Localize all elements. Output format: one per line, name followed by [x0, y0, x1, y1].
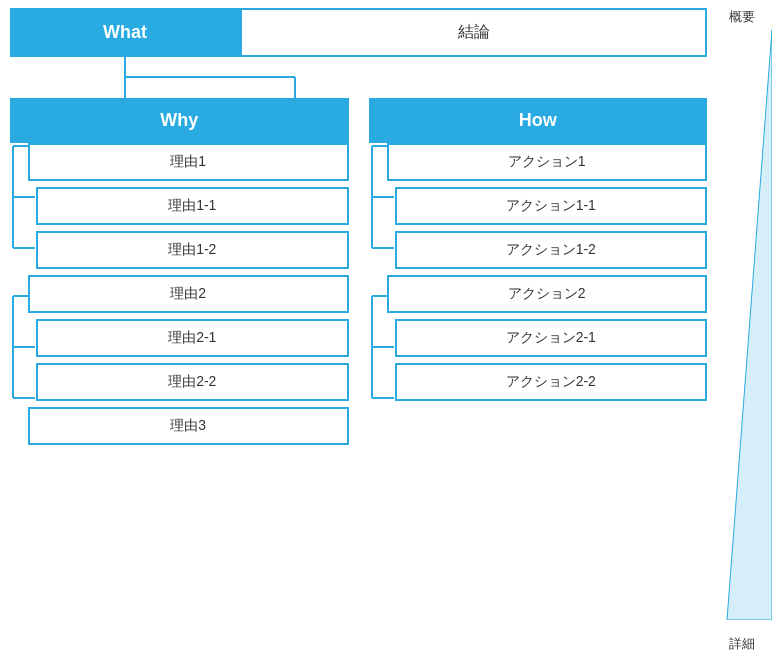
- how-box-a2-2: アクション2-2: [395, 363, 708, 401]
- how-item-a1-2: アクション1-2: [369, 231, 708, 269]
- why-item-r1: 理由1: [10, 143, 349, 181]
- why-item-r1-1: 理由1-1: [10, 187, 349, 225]
- how-item-a1-1: アクション1-1: [369, 187, 708, 225]
- why-item-r2-2: 理由2-2: [10, 363, 349, 401]
- triangle-container: 概要 詳細: [712, 0, 772, 661]
- why-box-r2-1: 理由2-1: [36, 319, 349, 357]
- how-item-a2-1: アクション2-1: [369, 319, 708, 357]
- main-container: 概要 詳細 What 結論: [0, 0, 772, 661]
- top-connector-svg: [10, 57, 360, 99]
- how-box-a1-1: アクション1-1: [395, 187, 708, 225]
- why-column: Why: [10, 98, 349, 451]
- how-box-a2-1: アクション2-1: [395, 319, 708, 357]
- how-column: How アクション1: [369, 98, 708, 451]
- how-item-a1: アクション1: [369, 143, 708, 181]
- svg-marker-0: [727, 30, 772, 620]
- overview-label: 概要: [729, 8, 755, 26]
- detail-label: 詳細: [729, 635, 755, 653]
- why-item-r2: 理由2: [10, 275, 349, 313]
- conclusion-box: 結論: [240, 8, 707, 57]
- why-item-r1-2: 理由1-2: [10, 231, 349, 269]
- why-box-r2: 理由2: [28, 275, 349, 313]
- why-tree-wrapper: 理由1 理由1-1 理由1-2 理由2 理由2-1: [10, 143, 349, 451]
- why-item-r3: 理由3: [10, 407, 349, 445]
- header-section: What 結論: [10, 8, 707, 99]
- how-tree-wrapper: アクション1 アクション1-1 アクション1-2 アクション2 アクション2-1: [369, 143, 708, 407]
- why-box-r3: 理由3: [28, 407, 349, 445]
- why-box-r2-2: 理由2-2: [36, 363, 349, 401]
- header-row: What 結論: [10, 8, 707, 57]
- how-box-a1: アクション1: [387, 143, 708, 181]
- how-box-a2: アクション2: [387, 275, 708, 313]
- how-item-a2: アクション2: [369, 275, 708, 313]
- how-item-a2-2: アクション2-2: [369, 363, 708, 401]
- why-box-r1-1: 理由1-1: [36, 187, 349, 225]
- why-box-r1: 理由1: [28, 143, 349, 181]
- how-box-a1-2: アクション1-2: [395, 231, 708, 269]
- why-header: Why: [10, 98, 349, 143]
- how-header: How: [369, 98, 708, 143]
- pyramid-icon: [722, 30, 772, 620]
- why-box-r1-2: 理由1-2: [36, 231, 349, 269]
- what-box: What: [10, 8, 240, 57]
- why-item-r2-1: 理由2-1: [10, 319, 349, 357]
- connector-area: [10, 57, 707, 99]
- columns-section: Why: [10, 98, 707, 451]
